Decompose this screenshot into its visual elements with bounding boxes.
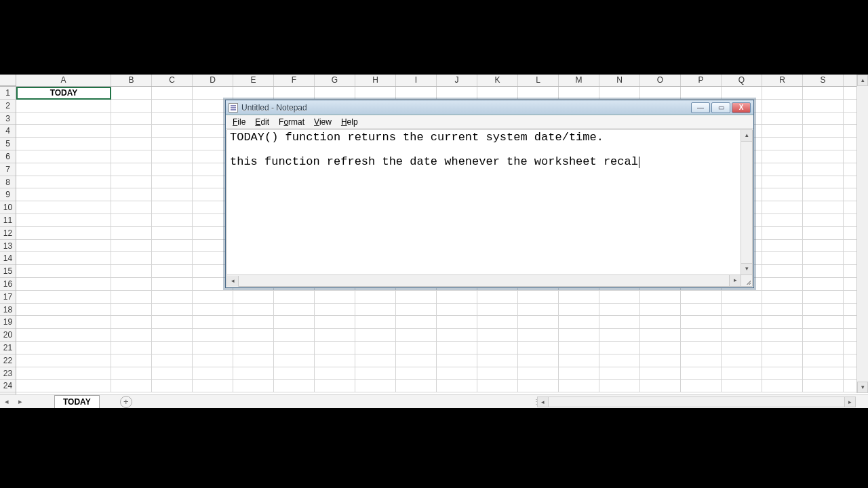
cell-r11[interactable] [762, 214, 803, 226]
hscroll-left-arrow[interactable]: ◂ [537, 396, 549, 407]
column-header-h[interactable]: H [355, 75, 396, 86]
cell-d23[interactable] [193, 367, 233, 380]
cell-s23[interactable] [803, 367, 844, 380]
scroll-up-arrow[interactable]: ▴ [857, 75, 868, 86]
cell-f18[interactable] [274, 304, 315, 316]
column-header-c[interactable]: C [152, 75, 193, 86]
cell-o18[interactable] [640, 304, 681, 316]
cell-s5[interactable] [803, 138, 844, 150]
column-header-a[interactable]: A [16, 75, 111, 86]
cell-e20[interactable] [233, 329, 274, 341]
cell-n23[interactable] [599, 367, 640, 380]
cell-d24[interactable] [193, 380, 233, 392]
row-header-6[interactable]: 6 [0, 150, 16, 163]
cell-g19[interactable] [315, 316, 355, 328]
row-header-5[interactable]: 5 [0, 138, 16, 150]
cell-a21[interactable] [16, 342, 111, 354]
cell-a4[interactable] [16, 125, 111, 137]
cell-k17[interactable] [477, 291, 518, 303]
cell-n17[interactable] [599, 291, 640, 303]
scroll-down-arrow[interactable]: ▾ [857, 382, 868, 393]
cell-a19[interactable] [16, 316, 111, 328]
menu-edit[interactable]: Edit [251, 116, 273, 128]
notepad-horizontal-scrollbar[interactable]: ◂ ▸ [227, 274, 741, 286]
cell-j18[interactable] [437, 304, 477, 316]
cell-f19[interactable] [274, 316, 315, 328]
cell-h19[interactable] [355, 316, 396, 328]
cell-r12[interactable] [762, 227, 803, 239]
cell-s24[interactable] [803, 380, 844, 392]
cell-a2[interactable] [16, 100, 111, 112]
cell-b1[interactable] [111, 87, 152, 99]
np-vscroll-down[interactable]: ▾ [741, 263, 752, 274]
row-header-15[interactable]: 15 [0, 265, 16, 278]
cell-j17[interactable] [437, 291, 477, 303]
cell-c19[interactable] [152, 316, 193, 328]
row-header-8[interactable]: 8 [0, 176, 16, 189]
cell-b3[interactable] [111, 113, 152, 125]
cell-c24[interactable] [152, 380, 193, 392]
notepad-text-area[interactable]: TODAY() function returns the current sys… [227, 130, 752, 286]
column-header-d[interactable]: D [193, 75, 233, 86]
minimize-button[interactable]: — [691, 102, 710, 113]
cell-b19[interactable] [111, 316, 152, 328]
maximize-button[interactable]: ▭ [711, 102, 730, 113]
cell-s20[interactable] [803, 329, 844, 341]
column-header-r[interactable]: R [762, 75, 803, 86]
cell-r15[interactable] [762, 265, 803, 277]
cell-b15[interactable] [111, 265, 152, 277]
cell-q18[interactable] [722, 304, 762, 316]
cell-i18[interactable] [396, 304, 437, 316]
cell-f23[interactable] [274, 367, 315, 380]
column-header-l[interactable]: L [518, 75, 559, 86]
cell-n18[interactable] [599, 304, 640, 316]
cell-c2[interactable] [152, 100, 193, 112]
cell-m23[interactable] [559, 367, 599, 380]
cell-c21[interactable] [152, 342, 193, 354]
cell-p1[interactable] [681, 87, 722, 99]
cell-b21[interactable] [111, 342, 152, 354]
cell-g17[interactable] [315, 291, 355, 303]
row-header-22[interactable]: 22 [0, 354, 16, 367]
cell-a23[interactable] [16, 367, 111, 380]
column-header-f[interactable]: F [274, 75, 315, 86]
cell-p22[interactable] [681, 354, 722, 367]
cell-g1[interactable] [315, 87, 355, 99]
cell-e24[interactable] [233, 380, 274, 392]
cell-b17[interactable] [111, 291, 152, 303]
cell-e22[interactable] [233, 354, 274, 367]
cell-r13[interactable] [762, 240, 803, 252]
cell-k24[interactable] [477, 380, 518, 392]
cell-m20[interactable] [559, 329, 599, 341]
cell-g21[interactable] [315, 342, 355, 354]
column-header-i[interactable]: I [396, 75, 437, 86]
cell-k22[interactable] [477, 354, 518, 367]
cell-q22[interactable] [722, 354, 762, 367]
cell-n1[interactable] [599, 87, 640, 99]
cell-a5[interactable] [16, 138, 111, 150]
notepad-titlebar[interactable]: Untitled - Notepad — ▭ X [226, 100, 753, 115]
row-header-9[interactable]: 9 [0, 188, 16, 201]
cell-m24[interactable] [559, 380, 599, 392]
cell-c5[interactable] [152, 138, 193, 150]
cell-a10[interactable] [16, 201, 111, 214]
cell-f20[interactable] [274, 329, 315, 341]
row-header-1[interactable]: 1 [0, 87, 16, 100]
cell-i1[interactable] [396, 87, 437, 99]
cell-a24[interactable] [16, 380, 111, 392]
cell-r20[interactable] [762, 329, 803, 341]
cell-g22[interactable] [315, 354, 355, 367]
cell-g18[interactable] [315, 304, 355, 316]
cell-n20[interactable] [599, 329, 640, 341]
cell-r19[interactable] [762, 316, 803, 328]
cell-c6[interactable] [152, 150, 193, 163]
column-header-o[interactable]: O [640, 75, 681, 86]
cell-o23[interactable] [640, 367, 681, 380]
cell-q21[interactable] [722, 342, 762, 354]
cell-p23[interactable] [681, 367, 722, 380]
cell-c20[interactable] [152, 329, 193, 341]
cell-k20[interactable] [477, 329, 518, 341]
cell-k23[interactable] [477, 367, 518, 380]
cell-h18[interactable] [355, 304, 396, 316]
row-header-10[interactable]: 10 [0, 201, 16, 214]
